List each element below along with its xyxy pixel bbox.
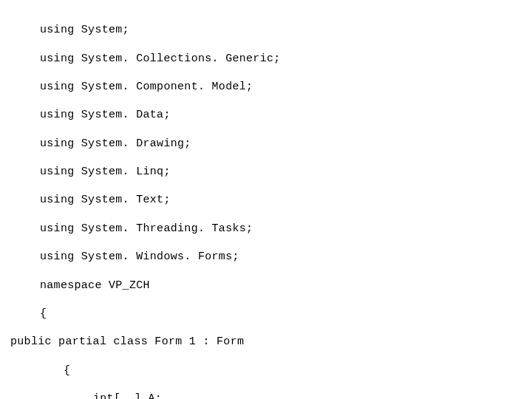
code-line: namespace VP_ZCH xyxy=(40,279,532,293)
code-line: int[, ] A; xyxy=(93,392,532,399)
code-line: using System. Threading. Tasks; xyxy=(40,222,532,236)
code-line: using System; xyxy=(40,23,532,37)
code-block: using System; using System. Collections.… xyxy=(0,0,532,399)
code-line: { xyxy=(64,364,532,378)
code-line: using System. Linq; xyxy=(40,165,532,179)
code-line: using System. Data; xyxy=(40,108,532,122)
code-line: using System. Collections. Generic; xyxy=(40,52,532,66)
code-line: using System. Text; xyxy=(40,193,532,207)
code-line: { xyxy=(40,307,532,321)
code-line: using System. Drawing; xyxy=(40,137,532,151)
code-line: using System. Windows. Forms; xyxy=(40,250,532,264)
code-line: using System. Component. Model; xyxy=(40,80,532,94)
code-line: public partial class Form 1 : Form xyxy=(10,335,532,349)
